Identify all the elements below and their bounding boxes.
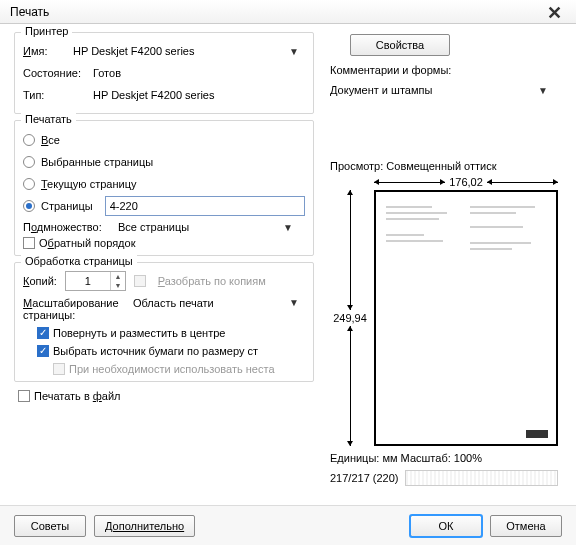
collate-checkbox: [134, 275, 146, 287]
chevron-down-icon: ▼: [283, 222, 299, 233]
preview-width-dim: 176,02: [374, 176, 558, 188]
button-bar: Советы Дополнительно ОК Отмена: [0, 505, 576, 545]
comments-label: Комментарии и формы:: [330, 64, 560, 76]
preview-page-number: [526, 430, 548, 438]
radio-icon: [23, 178, 35, 190]
copies-value: 1: [66, 275, 110, 287]
cancel-label: Отмена: [506, 520, 545, 532]
radio-all[interactable]: Все: [23, 129, 305, 151]
printer-state-label: Состояние:: [23, 67, 93, 79]
preview-width-value: 176,02: [445, 176, 487, 188]
ok-button[interactable]: ОК: [410, 515, 482, 537]
radio-icon: [23, 200, 35, 212]
spinner-arrows[interactable]: ▲▼: [110, 272, 125, 290]
print-to-file-checkbox[interactable]: [18, 390, 30, 402]
preview-units: Единицы: мм Масштаб: 100%: [330, 452, 558, 464]
copies-label: Копий:: [23, 275, 57, 287]
title-bar: Печать: [0, 0, 576, 24]
reverse-label: Обратный порядок: [39, 237, 135, 249]
radio-all-label: Все: [41, 134, 60, 146]
rotate-label: Повернуть и разместить в центре: [53, 327, 225, 339]
preview-area: Просмотр: Совмещенный оттиск 176,02 249,…: [330, 160, 558, 486]
cancel-button[interactable]: Отмена: [490, 515, 562, 537]
properties-button-label: Свойства: [376, 39, 424, 51]
properties-button[interactable]: Свойства: [350, 34, 450, 56]
printer-type-value: HP Deskjet F4200 series: [93, 89, 214, 101]
copies-spinner[interactable]: 1 ▲▼: [65, 271, 126, 291]
page-handling-group: Обработка страницы Копий: 1 ▲▼ Разобрать…: [14, 262, 314, 382]
chevron-down-icon: ▼: [289, 297, 305, 309]
reverse-checkbox[interactable]: [23, 237, 35, 249]
custom-paper-checkbox: [53, 363, 65, 375]
advanced-label: Дополнительно: [105, 520, 184, 532]
radio-pages[interactable]: Страницы: [23, 195, 305, 217]
chevron-down-icon: ▼: [538, 85, 554, 96]
print-range-group: Печатать Все Выбранные страницы Текущую …: [14, 120, 314, 256]
scale-value: Область печати: [133, 297, 214, 309]
rotate-checkbox[interactable]: [37, 327, 49, 339]
printer-state-value: Готов: [93, 67, 121, 79]
printer-group: Принтер Имя: HP Deskjet F4200 series ▼ С…: [14, 32, 314, 114]
progress-bar: [405, 470, 559, 486]
subset-dropdown[interactable]: Все страницы ▼: [118, 221, 305, 233]
preview-title: Просмотр: Совмещенный оттиск: [330, 160, 558, 172]
preview-status: 217/217 (220): [330, 472, 399, 484]
preview-page: [374, 190, 558, 446]
scale-label: Масштабирование страницы:: [23, 297, 133, 321]
radio-icon: [23, 156, 35, 168]
ok-label: ОК: [439, 520, 454, 532]
radio-selected[interactable]: Выбранные страницы: [23, 151, 305, 173]
printer-type-label: Тип:: [23, 89, 93, 101]
subset-value: Все страницы: [118, 221, 189, 233]
radio-current[interactable]: Текущую страницу: [23, 173, 305, 195]
printer-name-dropdown[interactable]: HP Deskjet F4200 series: [73, 45, 289, 57]
scale-dropdown[interactable]: Область печати ▼: [133, 297, 305, 309]
page-handling-title: Обработка страницы: [21, 255, 137, 267]
radio-selected-label: Выбранные страницы: [41, 156, 153, 168]
print-to-file-label: Печатать в файл: [34, 390, 121, 402]
subset-label: Подмножество:: [23, 221, 118, 233]
radio-icon: [23, 134, 35, 146]
radio-pages-label: Страницы: [41, 200, 93, 212]
paper-source-label: Выбрать источник бумаги по размеру ст: [53, 345, 258, 357]
print-range-title: Печатать: [21, 113, 76, 125]
window-title: Печать: [10, 5, 49, 19]
chevron-down-icon[interactable]: ▼: [289, 46, 305, 57]
printer-name-label: Имя:: [23, 45, 73, 57]
custom-paper-label: При необходимости использовать неста: [69, 363, 275, 375]
comments-value: Документ и штампы: [330, 84, 432, 96]
pages-input[interactable]: [105, 196, 305, 216]
tips-button[interactable]: Советы: [14, 515, 86, 537]
comments-dropdown[interactable]: Документ и штампы ▼: [330, 80, 560, 100]
tips-label: Советы: [31, 520, 69, 532]
printer-group-title: Принтер: [21, 25, 72, 37]
radio-current-label: Текущую страницу: [41, 178, 136, 190]
paper-source-checkbox[interactable]: [37, 345, 49, 357]
preview-height-dim: 249,94: [330, 190, 370, 446]
close-icon[interactable]: ✕: [547, 2, 562, 24]
collate-label: Разобрать по копиям: [158, 275, 266, 287]
preview-height-value: 249,94: [333, 310, 367, 326]
advanced-button[interactable]: Дополнительно: [94, 515, 195, 537]
